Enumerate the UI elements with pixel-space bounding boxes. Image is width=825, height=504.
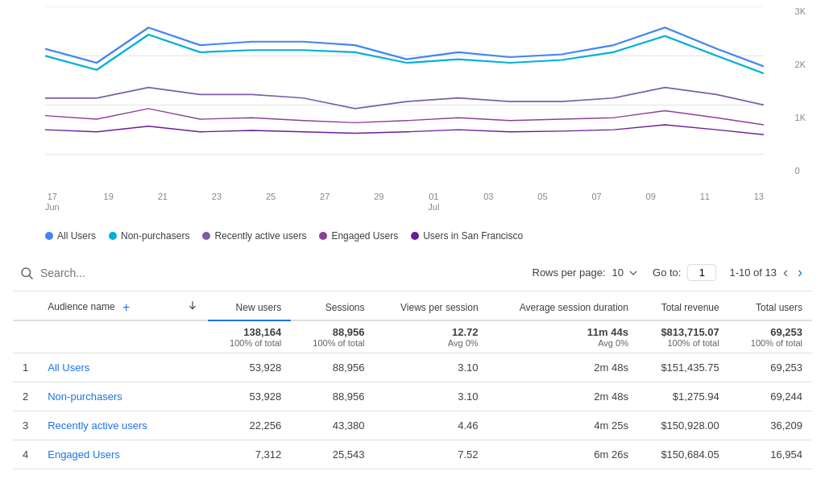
- row-1-avg-session-duration: 2m 48s: [488, 353, 638, 382]
- row-2-total-revenue: $1,275.94: [638, 382, 729, 411]
- row-1-total-revenue: $151,435.75: [638, 353, 729, 382]
- col-sessions[interactable]: Sessions: [291, 291, 374, 320]
- row-2-name-link[interactable]: Non-purchasers: [48, 390, 122, 403]
- x-label-11: 11: [700, 192, 710, 201]
- totals-rank: [13, 320, 38, 353]
- row-1-sessions: 88,956: [291, 353, 374, 382]
- row-3-views-per-session: 4.46: [375, 411, 488, 440]
- row-3-avg-session-duration: 4m 25s: [488, 411, 638, 440]
- x-label-19: 19: [104, 192, 114, 201]
- y-label-2k: 2K: [795, 60, 806, 69]
- chart-legend: All Users Non-purchasers Recently active…: [13, 224, 812, 254]
- chevron-down-icon: [627, 266, 640, 279]
- legend-recently-active[interactable]: Recently active users: [202, 230, 306, 242]
- y-label-0: 0: [795, 166, 806, 176]
- row-1-total-users: 69,253: [729, 353, 812, 382]
- row-4-views-per-session: 7.52: [375, 440, 488, 469]
- search-icon: [19, 266, 34, 280]
- table-row: 1 All Users 53,928 88,956 3.10 2m 48s $1…: [13, 353, 812, 382]
- x-label-05: 05: [537, 192, 547, 201]
- goto-container: Go to:: [653, 264, 716, 281]
- x-label-03: 03: [483, 192, 493, 201]
- pagination-controls: Rows per page: 10 Go to: 1-10 of 13 ‹ ›: [533, 262, 806, 283]
- row-3-sessions: 43,380: [291, 411, 374, 440]
- row-1-rank: 1: [13, 353, 38, 382]
- col-total-users[interactable]: Total users: [729, 291, 812, 320]
- row-3-name: Recently active users: [38, 411, 177, 440]
- row-3-new-users: 22,256: [208, 411, 291, 440]
- rows-per-page-select[interactable]: 10: [612, 266, 640, 279]
- row-1-sort: [177, 353, 208, 382]
- x-label-07: 07: [591, 192, 601, 201]
- x-label-23: 23: [212, 192, 222, 201]
- row-2-avg-session-duration: 2m 48s: [488, 382, 638, 411]
- svg-line-5: [29, 275, 32, 279]
- row-3-rank: 3: [13, 411, 38, 440]
- totals-total-revenue: $813,715.07 100% of total: [638, 320, 729, 353]
- row-1-views-per-session: 3.10: [375, 353, 488, 382]
- row-4-rank: 4: [13, 440, 38, 469]
- row-1-name: All Users: [38, 353, 177, 382]
- row-4-total-revenue: $150,684.05: [638, 440, 729, 469]
- row-2-new-users: 53,928: [208, 382, 291, 411]
- col-audience-name: Audience name +: [38, 291, 177, 320]
- row-2-rank: 2: [13, 382, 38, 411]
- col-avg-session-duration[interactable]: Average session duration: [488, 291, 638, 320]
- totals-name: [38, 320, 177, 353]
- x-label-01jul: 01Jul: [428, 192, 439, 213]
- x-label-13: 13: [754, 192, 764, 201]
- row-3-total-users: 36,209: [729, 411, 812, 440]
- goto-label: Go to:: [653, 266, 681, 279]
- x-label-29: 29: [374, 192, 383, 201]
- row-3-total-revenue: $150,928.00: [638, 411, 729, 440]
- rows-per-page-label: Rows per page:: [533, 266, 606, 279]
- rows-per-page: Rows per page: 10: [533, 266, 641, 279]
- add-audience-button[interactable]: +: [122, 300, 130, 315]
- y-label-3k: 3K: [795, 6, 806, 16]
- legend-non-purchasers[interactable]: Non-purchasers: [109, 230, 189, 242]
- x-label-25: 25: [266, 192, 276, 201]
- col-rank: [13, 291, 38, 320]
- totals-total-users: 69,253 100% of total: [729, 320, 812, 353]
- legend-users-sf[interactable]: Users in San Francisco: [411, 230, 523, 242]
- sort-down-icon: [187, 300, 198, 311]
- row-2-sort: [177, 382, 208, 411]
- totals-sessions: 88,956 100% of total: [291, 320, 374, 353]
- row-2-views-per-session: 3.10: [375, 382, 488, 411]
- table-row: 4 Engaged Users 7,312 25,543 7.52 6m 26s…: [13, 440, 812, 469]
- totals-row: 138,164 100% of total 88,956 100% of tot…: [13, 320, 812, 353]
- x-label-21: 21: [158, 192, 168, 201]
- data-table: Audience name + New users Sessions Views…: [13, 291, 812, 469]
- page-range: 1-10 of 13: [729, 266, 777, 279]
- controls-bar: Rows per page: 10 Go to: 1-10 of 13 ‹ ›: [13, 254, 812, 291]
- col-new-users[interactable]: New users: [208, 291, 291, 320]
- row-1-name-link[interactable]: All Users: [48, 361, 89, 374]
- row-4-total-users: 16,954: [729, 440, 812, 469]
- x-label-27: 27: [320, 192, 330, 201]
- totals-avg-session-duration: 11m 44s Avg 0%: [488, 320, 638, 353]
- rows-per-page-value: 10: [612, 266, 624, 279]
- next-page-button[interactable]: ›: [794, 262, 806, 283]
- table-row: 3 Recently active users 22,256 43,380 4.…: [13, 411, 812, 440]
- row-4-sessions: 25,543: [291, 440, 374, 469]
- y-label-1k: 1K: [795, 113, 806, 122]
- row-2-sessions: 88,956: [291, 382, 374, 411]
- row-3-name-link[interactable]: Recently active users: [48, 419, 147, 432]
- col-views-per-session[interactable]: Views per session: [375, 291, 488, 320]
- legend-engaged-users[interactable]: Engaged Users: [319, 230, 398, 242]
- col-sort-arrow: [177, 291, 208, 320]
- row-2-total-users: 69,244: [729, 382, 812, 411]
- row-3-sort: [177, 411, 208, 440]
- row-4-name: Engaged Users: [38, 440, 177, 469]
- row-4-avg-session-duration: 6m 26s: [488, 440, 638, 469]
- row-4-new-users: 7,312: [208, 440, 291, 469]
- row-4-name-link[interactable]: Engaged Users: [48, 448, 120, 461]
- legend-all-users[interactable]: All Users: [45, 230, 96, 242]
- row-2-name: Non-purchasers: [38, 382, 177, 411]
- totals-views-per-session: 12.72 Avg 0%: [375, 320, 488, 353]
- prev-page-button[interactable]: ‹: [780, 262, 791, 283]
- search-input[interactable]: [40, 266, 282, 279]
- col-total-revenue[interactable]: Total revenue: [638, 291, 729, 320]
- goto-input[interactable]: [687, 264, 716, 281]
- row-1-new-users: 53,928: [208, 353, 291, 382]
